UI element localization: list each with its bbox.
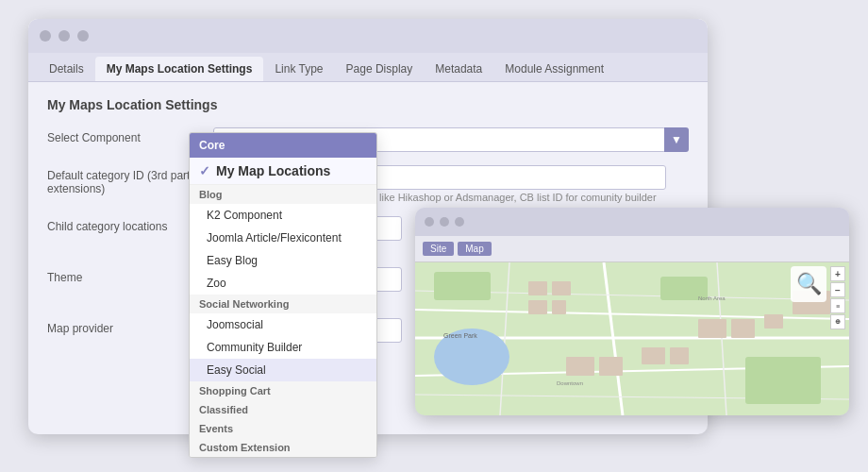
svg-rect-20 [731, 319, 755, 338]
map-magnifier: 🔍 [791, 266, 826, 302]
map-container: Green Park North Area Downtown + − ≡ ⊕ 🔍 [415, 262, 849, 415]
dropdown-item-easysocial[interactable]: Easy Social [190, 359, 376, 381]
child-category-label: Child category locations [47, 216, 198, 233]
svg-rect-13 [528, 281, 547, 295]
svg-rect-17 [642, 347, 665, 364]
dropdown-item-joomla[interactable]: Joomla Article/Flexicontent [190, 227, 376, 249]
map-map-btn[interactable]: Map [458, 242, 491, 256]
dropdown-item-easyblog[interactable]: Easy Blog [190, 249, 376, 272]
dropdown-arrow-btn[interactable]: ▼ [664, 127, 689, 152]
svg-rect-18 [670, 347, 689, 364]
dropdown-group-custom: Custom Extension [190, 438, 376, 457]
tab-maps-location-settings[interactable]: My Maps Location Settings [95, 57, 264, 81]
zoom-out-btn[interactable]: − [830, 282, 845, 297]
tab-details[interactable]: Details [38, 57, 95, 81]
map-dot-1 [425, 217, 434, 227]
dropdown-item-communitybuilder[interactable]: Community Builder [190, 336, 376, 359]
dropdown-menu: Core ✓ My Map Locations Blog K2 Componen… [189, 132, 377, 458]
map-zoom-controls: + − ≡ ⊕ [830, 266, 845, 329]
section-title: My Maps Location Settings [47, 97, 689, 112]
dropdown-group-classified: Classified [190, 400, 376, 419]
tab-metadata[interactable]: Metadata [424, 57, 493, 81]
dropdown-group-blog: Blog [190, 185, 376, 204]
checkmark-icon: ✓ [199, 163, 210, 178]
dropdown-group-social: Social Networking [190, 295, 376, 313]
dropdown-item-k2[interactable]: K2 Component [190, 204, 376, 227]
dot-red [40, 30, 51, 42]
svg-rect-22 [566, 357, 594, 376]
svg-rect-14 [552, 281, 571, 295]
dropdown-item-zoo[interactable]: Zoo [190, 272, 376, 295]
tab-module-assignment[interactable]: Module Assignment [493, 57, 615, 81]
dot-yellow [58, 30, 70, 42]
svg-text:North Area: North Area [698, 295, 726, 301]
zoom-in-btn[interactable]: + [830, 266, 845, 281]
svg-rect-10 [745, 357, 821, 404]
svg-text:Downtown: Downtown [557, 380, 583, 386]
dropdown-item-joomsocial[interactable]: Joomsocial [190, 313, 376, 336]
map-svg: Green Park North Area Downtown [415, 262, 849, 415]
map-titlebar [415, 208, 849, 236]
map-provider-label: Map provider [47, 318, 198, 335]
svg-rect-23 [599, 357, 623, 376]
map-window: Site Map [415, 208, 849, 415]
dropdown-header: Core [190, 133, 376, 158]
dropdown-group-shopping: Shopping Cart [190, 381, 376, 400]
select-component-label: Select Component [47, 127, 198, 144]
svg-rect-9 [434, 272, 491, 300]
map-toolbar: Site Map [415, 236, 849, 262]
zoom-extra1[interactable]: ≡ [830, 298, 845, 313]
map-site-btn[interactable]: Site [423, 242, 454, 256]
svg-text:Green Park: Green Park [443, 332, 477, 339]
svg-rect-15 [528, 300, 547, 314]
tab-bar: Details My Maps Location Settings Link T… [28, 53, 708, 82]
titlebar [28, 19, 708, 53]
theme-label: Theme [47, 267, 198, 284]
selected-item-label: My Map Locations [216, 163, 330, 178]
tab-link-type[interactable]: Link Type [263, 57, 334, 81]
default-category-label: Default category ID (3rd party extension… [47, 165, 198, 195]
svg-rect-16 [552, 300, 566, 314]
dot-green [77, 30, 89, 42]
svg-rect-21 [764, 314, 783, 329]
svg-rect-19 [698, 319, 726, 338]
zoom-extra2[interactable]: ⊕ [830, 314, 845, 329]
dropdown-selected-item[interactable]: ✓ My Map Locations [190, 158, 376, 185]
tab-page-display[interactable]: Page Display [335, 57, 425, 81]
map-dot-2 [440, 217, 449, 227]
dropdown-group-events: Events [190, 419, 376, 438]
map-dot-3 [455, 217, 464, 227]
